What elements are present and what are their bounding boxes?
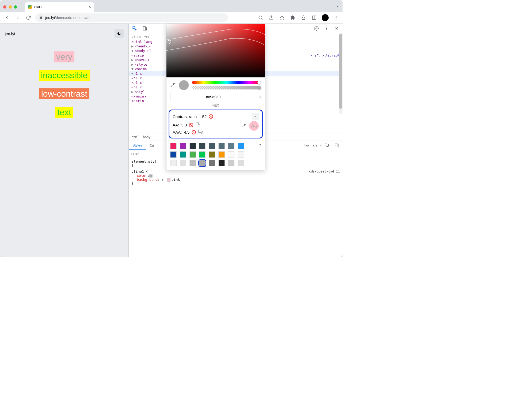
- window-close[interactable]: [3, 5, 6, 9]
- palette-swatch[interactable]: [180, 160, 186, 166]
- svg-line-1: [261, 18, 262, 19]
- scrollbar-thumb[interactable]: [339, 34, 342, 109]
- palette-swatch[interactable]: [170, 160, 177, 166]
- devtools-close-icon[interactable]: [333, 25, 340, 32]
- bg-eyedropper-icon[interactable]: [242, 123, 246, 129]
- svg-point-0: [259, 16, 262, 19]
- gradient-cursor[interactable]: [168, 40, 171, 44]
- palette-swatch[interactable]: [199, 143, 206, 149]
- bookmark-icon[interactable]: [279, 14, 285, 21]
- palette-swatch[interactable]: [170, 151, 177, 158]
- dark-mode-toggle[interactable]: [115, 29, 124, 38]
- tab-styles[interactable]: Styles: [129, 141, 146, 150]
- sidebar-toggle-icon[interactable]: [333, 142, 340, 149]
- hue-thumb[interactable]: [257, 81, 261, 84]
- collapse-contrast-icon[interactable]: [252, 113, 259, 120]
- background-property[interactable]: background: ▶ pink;: [131, 178, 340, 182]
- svg-marker-3: [280, 16, 284, 19]
- toolbar-right: [257, 14, 339, 21]
- address-bar[interactable]: jec.fyi/demo/cds-quest-cvd: [35, 13, 228, 22]
- contrast-label: Contrast ratio: [173, 114, 197, 119]
- labs-icon[interactable]: [300, 14, 307, 21]
- tab-computed[interactable]: Co: [146, 141, 158, 150]
- styles-body[interactable]: element.styl } cds-quest-cvd:11 .line1 {…: [129, 158, 343, 257]
- zoom-icon[interactable]: [257, 14, 264, 21]
- back-button[interactable]: [3, 14, 11, 21]
- palette-swatch[interactable]: [189, 160, 196, 166]
- browser-window: CVD × + jec.fyi/demo/cds-quest-cvd: [0, 0, 343, 257]
- brush-icon[interactable]: [324, 142, 331, 149]
- palette-swatch[interactable]: [218, 151, 225, 158]
- aaa-value: 4.5: [184, 130, 189, 134]
- fail-icon: [189, 123, 193, 127]
- more-icon[interactable]: [323, 25, 330, 32]
- share-icon[interactable]: [268, 14, 275, 21]
- reload-aa-icon[interactable]: [195, 122, 200, 128]
- window-maximize[interactable]: [14, 5, 17, 9]
- breadcrumb-html[interactable]: html: [131, 135, 139, 139]
- palette-swatch[interactable]: [228, 143, 234, 149]
- dom-main: <main>: [135, 67, 147, 71]
- new-style-button[interactable]: +: [320, 144, 322, 147]
- palette-swatch[interactable]: [180, 143, 186, 149]
- bg-swatch[interactable]: [167, 178, 170, 182]
- new-tab-button[interactable]: +: [96, 3, 104, 11]
- palette-swatch[interactable]: [199, 160, 206, 166]
- palette-swatch[interactable]: [238, 160, 244, 166]
- alpha-thumb[interactable]: [257, 86, 261, 90]
- palette-swatch[interactable]: [189, 151, 196, 158]
- breadcrumb-body[interactable]: body: [143, 135, 151, 139]
- settings-icon[interactable]: [313, 25, 320, 32]
- palette-swatch[interactable]: [189, 143, 196, 149]
- palette-swatch[interactable]: [180, 151, 186, 158]
- profile-avatar[interactable]: [322, 14, 329, 21]
- palette-swatch[interactable]: [218, 143, 225, 149]
- format-stepper[interactable]: ▲▼: [259, 95, 261, 99]
- svg-rect-10: [133, 27, 135, 29]
- palette-swatch[interactable]: [209, 160, 215, 166]
- cls-button[interactable]: .cls: [312, 144, 317, 147]
- palette-swatch[interactable]: [228, 160, 234, 166]
- extensions-icon[interactable]: [290, 14, 296, 21]
- color-swatch[interactable]: [149, 174, 153, 178]
- palette-swatch[interactable]: [228, 151, 234, 158]
- aaa-label: AAA:: [173, 130, 182, 134]
- inspect-icon[interactable]: [131, 25, 138, 32]
- svg-point-13: [316, 28, 317, 29]
- menu-icon[interactable]: [333, 14, 339, 21]
- dom-body: <body cl: [135, 49, 151, 53]
- tab-close-icon[interactable]: ×: [89, 5, 91, 9]
- color-property[interactable]: color:: [131, 174, 340, 178]
- fail-icon: [209, 114, 213, 119]
- window-minimize[interactable]: [9, 5, 12, 9]
- reload-aaa-icon[interactable]: [198, 129, 203, 135]
- hov-button[interactable]: :hov: [303, 144, 310, 147]
- content-area: jec.fyi very inaccessible low-contrast t…: [0, 24, 343, 257]
- palette-swatch[interactable]: [238, 143, 244, 149]
- alpha-slider[interactable]: [192, 86, 261, 89]
- hex-label: HEX: [166, 104, 265, 110]
- svg-point-21: [171, 86, 172, 87]
- browser-tab[interactable]: CVD ×: [25, 2, 94, 12]
- palette-swatch[interactable]: [238, 151, 244, 158]
- hue-slider[interactable]: [192, 81, 261, 84]
- tabs-dropdown-icon[interactable]: [336, 4, 339, 9]
- reload-button[interactable]: [25, 14, 32, 21]
- eyedropper-icon[interactable]: [170, 82, 176, 88]
- palette-stepper[interactable]: ▲▼: [259, 143, 261, 148]
- hex-input[interactable]: [170, 93, 256, 101]
- palette-swatch[interactable]: [209, 143, 215, 149]
- palette-swatch[interactable]: [199, 151, 206, 158]
- palette-swatch[interactable]: [209, 151, 215, 158]
- device-toggle-icon[interactable]: [142, 25, 148, 32]
- forward-button[interactable]: [14, 14, 21, 21]
- palette-swatch[interactable]: [170, 143, 177, 149]
- scrollbar[interactable]: [339, 33, 343, 114]
- lock-icon: [39, 16, 43, 20]
- rule-selector: .line1 {: [131, 170, 148, 174]
- devtools-panel: <!DOCTYPE <html lang ▶<head>…< ▼<body cl…: [128, 24, 343, 257]
- source-link[interactable]: cds-quest-cvd:11: [309, 170, 340, 173]
- palette-swatch[interactable]: [218, 160, 225, 166]
- sidepanel-icon[interactable]: [311, 14, 317, 21]
- gradient-field[interactable]: [166, 24, 265, 77]
